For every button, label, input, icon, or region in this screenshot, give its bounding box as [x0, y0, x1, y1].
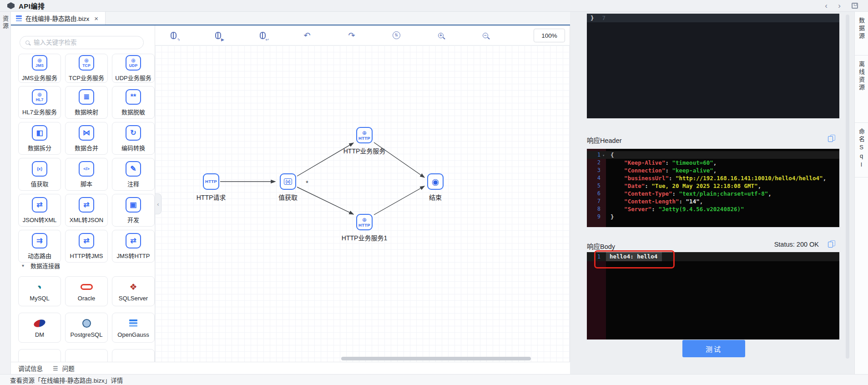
debug-run-icon[interactable]: ▶	[211, 30, 225, 41]
copy-body-icon[interactable]	[828, 240, 835, 248]
globe-icon: ⊕	[37, 58, 42, 63]
palette-item[interactable]: ⊕TCPTCP业务服务	[65, 54, 108, 83]
code-token: {	[611, 152, 614, 158]
script-icon: </>	[79, 161, 94, 177]
flow-node-http-request[interactable]: HTTP HTTP请求	[179, 173, 243, 202]
connector-item[interactable]: PostgreSQL	[65, 313, 108, 343]
palette-item[interactable]: ⇄HTTP转JMS	[65, 230, 108, 263]
palette-item[interactable]: **数据脱敏	[112, 86, 155, 119]
connector-item[interactable]: DM	[18, 313, 61, 343]
search-input[interactable]	[34, 39, 138, 46]
file-tab-active[interactable]: 在线编排-静态路由.bizx ×	[11, 12, 106, 25]
nav-back-icon[interactable]: ‹	[822, 2, 831, 10]
swap-fit-icon[interactable]: ⇅	[389, 30, 404, 41]
palette-item[interactable]: ⋈数据合并	[65, 122, 108, 155]
debug-flash-icon-badge: ϟ	[177, 38, 180, 42]
app-title: API编排	[19, 1, 45, 10]
zoom-level-display[interactable]: 100%	[534, 29, 565, 42]
resources-vertical-tab[interactable]: 资源	[1, 15, 10, 30]
code-token: ,	[768, 190, 772, 197]
connector-grid: MySQLOracleSQLServerDMPostgreSQLOpenGaus…	[18, 276, 155, 343]
side-tab-data-source[interactable]: 数据源	[855, 12, 868, 56]
copy-header-icon[interactable]	[828, 135, 835, 142]
palette-item[interactable]: </>脚本	[65, 158, 108, 191]
code-line[interactable]: 4 "businessUrl": "http://192.168.16.141:…	[587, 174, 839, 182]
nav-forward-icon[interactable]: ›	[835, 2, 844, 10]
tab-close-icon[interactable]: ×	[94, 15, 98, 22]
file-tab-label: 在线编排-静态路由.bizx	[25, 14, 89, 23]
data-masking-icon: **	[126, 89, 141, 105]
code-line[interactable]: 3 "Connection": "keep-alive",	[587, 167, 839, 174]
code-line[interactable]: 2 "Keep-Alive": "timeout=60",	[587, 159, 839, 167]
code-token	[611, 159, 624, 166]
code-line[interactable]: 8 "Server": "Jetty(9.4.56.v20240826)"	[587, 205, 839, 213]
dynamic-route-icon: ⇉	[32, 233, 47, 248]
code-line[interactable]: 6 "Content-Type": "text/plain;charset=ut…	[587, 190, 839, 198]
http-to-jms-icon: ⇄	[79, 233, 94, 248]
json-to-xml-icon: ⇄	[32, 197, 47, 213]
connector-item[interactable]: Oracle	[65, 276, 108, 306]
palette-item-clipped[interactable]	[18, 349, 61, 362]
palette-item[interactable]: ⊕HL7HL7业务服务	[18, 86, 61, 119]
flow-node-value-get[interactable]: (x) 值获取	[256, 173, 320, 202]
code-token: :	[645, 182, 651, 189]
side-tab-named-sql[interactable]: 命名Sql	[855, 123, 868, 177]
palette-item[interactable]: (x)值获取	[18, 158, 61, 191]
data-merge-icon: ⋈	[79, 125, 94, 141]
code-line[interactable]: 7 "Content-Length": "14",	[587, 198, 839, 205]
undo-icon[interactable]: ↶	[300, 30, 314, 41]
canvas-horizontal-scrollbar[interactable]	[341, 357, 531, 360]
canvas-grid[interactable]: * HTTP HTTP请求 (x) 值获取 ⊕ HTTP HTTP业务服务	[155, 46, 570, 362]
palette-item[interactable]: ⇄JMS转HTTP	[112, 230, 155, 263]
palette-item[interactable]: ✎注释	[112, 158, 155, 191]
encoding-convert-icon-glyph: ↻	[130, 129, 136, 137]
zoom-out-icon[interactable]: −	[478, 30, 493, 41]
flow-node-end[interactable]: ◉ 结束	[404, 173, 467, 202]
flow-node-http-service-1[interactable]: ⊕ HTTP HTTP业务服务1	[333, 214, 396, 242]
response-body-editor[interactable]: 1 hello4: hello4	[587, 252, 839, 339]
zoom-in-icon[interactable]: +	[434, 30, 448, 41]
code-token: "Server"	[624, 206, 651, 213]
value-get-node-icon: (x)	[280, 173, 296, 190]
flow-node-http-service[interactable]: ⊕ HTTP HTTP业务服务	[333, 127, 396, 155]
request-editor[interactable]: } 7	[587, 14, 839, 118]
udp-service-icon-text: UDP	[129, 64, 138, 68]
response-header-editor[interactable]: 1▾{2 "Keep-Alive": "timeout=60",3 "Conne…	[587, 149, 839, 227]
code-line[interactable]: 5 "Date": "Tue, 20 May 2025 12:18:08 GMT…	[587, 182, 839, 190]
connector-item[interactable]: SQLServer	[112, 276, 155, 306]
code-line[interactable]: 1▾{	[587, 151, 839, 159]
fold-caret-icon[interactable]: ▾	[602, 152, 605, 159]
right-panel-scrollbar[interactable]	[846, 15, 849, 359]
palette-search[interactable]	[20, 36, 144, 49]
collapse-triangle-icon[interactable]: ▾	[22, 263, 24, 268]
connector-item[interactable]: MySQL	[18, 276, 61, 306]
palette-item[interactable]: ▣开发	[112, 194, 155, 227]
palette-item[interactable]: ⇄XML转JSON	[65, 194, 108, 227]
connector-item[interactable]: OpenGauss	[112, 313, 155, 343]
code-line[interactable]: 9}	[587, 213, 839, 221]
panel-collapse-handle[interactable]: ‹	[155, 193, 161, 214]
connector-item-label: DM	[35, 331, 44, 338]
palette-item[interactable]: ≣数据映射	[65, 86, 108, 119]
palette-item[interactable]: ⇉动态路由	[18, 230, 61, 263]
bottom-tab-debug-info[interactable]: 调试信息	[18, 364, 43, 373]
connector-section-header[interactable]: ▾ 数据连接器	[22, 261, 60, 270]
palette-item-clipped[interactable]	[65, 349, 108, 362]
palette-item[interactable]: ⇄JSON转XML	[18, 194, 61, 227]
side-tab-offline-resources[interactable]: 离线资源	[855, 56, 868, 123]
palette-item[interactable]: ⊕JMSJMS业务服务	[18, 54, 61, 83]
palette-item-clipped[interactable]	[112, 349, 155, 362]
palette-item[interactable]: ◧数据拆分	[18, 122, 61, 155]
side-tab-label: 命名Sql	[857, 128, 866, 170]
bottom-tab-issues[interactable]: ☰ 问题	[53, 364, 75, 373]
test-button[interactable]: 测试	[682, 340, 745, 357]
globe-icon: ⊕	[84, 58, 89, 63]
comment-icon: ✎	[126, 161, 141, 177]
debug-flash-icon[interactable]: ϟ	[166, 30, 181, 41]
save-icon[interactable]	[852, 3, 858, 9]
code-text: "Content-Length": "14",	[606, 198, 703, 205]
palette-item[interactable]: ↻编码转换	[112, 122, 155, 155]
palette-item[interactable]: ⊕UDPUDP业务服务	[112, 54, 155, 83]
redo-icon[interactable]: ↷	[344, 30, 359, 41]
debug-back-icon[interactable]: ↩	[255, 30, 270, 41]
